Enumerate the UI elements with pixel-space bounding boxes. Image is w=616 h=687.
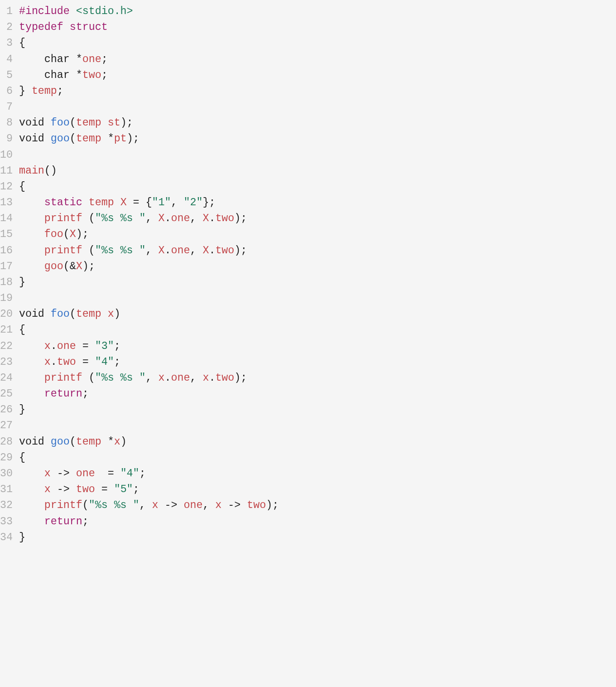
token-pl: ( bbox=[82, 213, 95, 224]
token-pl bbox=[19, 499, 44, 511]
token-pl: } bbox=[19, 276, 25, 288]
token-kw: static bbox=[44, 197, 82, 208]
token-fn: goo bbox=[51, 133, 70, 145]
token-pl: = bbox=[95, 468, 120, 479]
token-pl: ; bbox=[82, 516, 89, 527]
token-pl: char * bbox=[19, 53, 82, 65]
line-number: 28 bbox=[0, 434, 19, 450]
token-pl: ); bbox=[234, 245, 247, 256]
line-number: 16 bbox=[0, 243, 19, 259]
code-content bbox=[19, 418, 616, 434]
token-id: x bbox=[44, 468, 51, 479]
token-id: X bbox=[202, 245, 209, 256]
token-pl: ( bbox=[70, 436, 76, 448]
code-content: void goo(temp *pt); bbox=[19, 131, 616, 147]
token-pp: #include bbox=[19, 5, 70, 17]
token-pl: -> bbox=[221, 499, 247, 511]
line-number: 1 bbox=[0, 4, 19, 19]
code-line: 7 bbox=[0, 99, 616, 115]
code-content: goo(&X); bbox=[19, 259, 616, 275]
token-pl: ) bbox=[120, 436, 127, 448]
token-pl: ); bbox=[120, 117, 133, 129]
line-number: 32 bbox=[0, 498, 19, 513]
token-id: X bbox=[159, 245, 165, 256]
code-content: printf("%s %s ", x -> one, x -> two); bbox=[19, 498, 616, 513]
token-pl: { bbox=[19, 452, 25, 464]
code-content: #include <stdio.h> bbox=[19, 4, 616, 19]
token-id: one bbox=[76, 468, 95, 479]
code-content: main() bbox=[19, 163, 616, 179]
code-content: x.one = "3"; bbox=[19, 339, 616, 354]
line-number: 23 bbox=[0, 354, 19, 370]
token-pl: -> bbox=[51, 484, 76, 495]
token-id: x bbox=[108, 308, 114, 320]
token-ty: temp bbox=[76, 117, 101, 129]
token-fn: foo bbox=[51, 308, 70, 320]
line-number: 3 bbox=[0, 35, 19, 51]
token-kw: return bbox=[44, 516, 82, 527]
token-id: printf bbox=[44, 245, 82, 256]
token-pl: , bbox=[171, 197, 183, 208]
line-number: 34 bbox=[0, 530, 19, 546]
token-id: x bbox=[44, 484, 51, 495]
token-pl: ); bbox=[76, 228, 89, 240]
code-line: 24 printf ("%s %s ", x.one, x.two); bbox=[0, 370, 616, 386]
token-pl: * bbox=[101, 436, 114, 448]
code-content: void foo(temp st); bbox=[19, 115, 616, 131]
line-number: 9 bbox=[0, 131, 19, 147]
token-ty: temp bbox=[76, 133, 101, 145]
code-line: 32 printf("%s %s ", x -> one, x -> two); bbox=[0, 498, 616, 513]
token-pl bbox=[19, 484, 44, 495]
token-str: "5" bbox=[114, 484, 133, 495]
token-pl: , bbox=[190, 213, 202, 224]
token-str: "4" bbox=[120, 468, 140, 479]
token-pl: ); bbox=[234, 213, 247, 224]
token-pl: ( bbox=[82, 245, 95, 256]
token-pl: . bbox=[165, 245, 171, 256]
token-id: goo bbox=[44, 261, 63, 272]
token-pl: ; bbox=[82, 388, 89, 400]
token-pl: , bbox=[202, 499, 215, 511]
code-line: 3{ bbox=[0, 35, 616, 51]
token-pl bbox=[19, 213, 44, 224]
token-pl: ; bbox=[140, 468, 146, 479]
line-number: 30 bbox=[0, 466, 19, 482]
token-str: "%s %s " bbox=[95, 213, 146, 224]
token-pl: , bbox=[140, 499, 152, 511]
token-kw: typedef bbox=[19, 21, 63, 33]
token-pl: = bbox=[76, 356, 95, 368]
token-fn: foo bbox=[51, 117, 70, 129]
code-content: } bbox=[19, 275, 616, 290]
code-line: 5 char *two; bbox=[0, 68, 616, 83]
code-content: x -> two = "5"; bbox=[19, 482, 616, 498]
token-pl: ); bbox=[234, 372, 247, 384]
token-pl bbox=[19, 261, 44, 272]
code-content: void goo(temp *x) bbox=[19, 434, 616, 450]
code-content bbox=[19, 290, 616, 306]
token-ty: temp bbox=[76, 308, 101, 320]
code-content: typedef struct bbox=[19, 19, 616, 35]
code-line: 33 return; bbox=[0, 514, 616, 530]
line-number: 22 bbox=[0, 339, 19, 354]
line-number: 18 bbox=[0, 275, 19, 290]
token-pl: -> bbox=[51, 468, 76, 479]
token-id: two bbox=[215, 372, 234, 384]
line-number: 7 bbox=[0, 99, 19, 115]
token-str: <stdio.h> bbox=[76, 5, 133, 17]
token-pl: = bbox=[95, 484, 114, 495]
token-pl: } bbox=[19, 404, 25, 416]
token-pl: , bbox=[190, 245, 202, 256]
code-listing: 1#include <stdio.h>2typedef struct3{4 ch… bbox=[0, 0, 616, 546]
code-content: } temp; bbox=[19, 83, 616, 99]
code-line: 12{ bbox=[0, 179, 616, 195]
code-line: 8void foo(temp st); bbox=[0, 115, 616, 131]
code-content: return; bbox=[19, 386, 616, 402]
token-id: x bbox=[202, 372, 209, 384]
token-pl: . bbox=[165, 372, 171, 384]
code-content: char *two; bbox=[19, 68, 616, 83]
code-line: 29{ bbox=[0, 450, 616, 466]
token-pl: { bbox=[19, 37, 25, 49]
token-pl: . bbox=[209, 245, 215, 256]
token-pl: ( bbox=[70, 133, 76, 145]
token-id: X bbox=[120, 197, 127, 208]
